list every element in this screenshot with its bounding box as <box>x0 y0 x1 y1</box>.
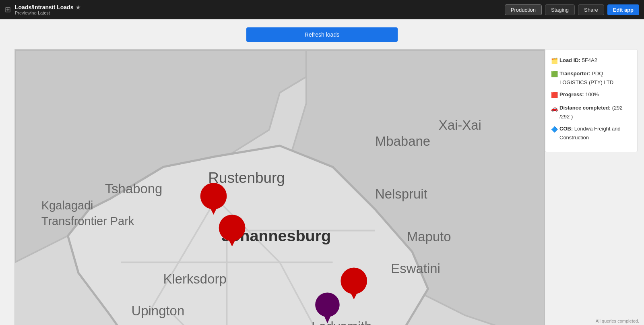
load-id-row: 🗂️ Load ID: 5F4A2 <box>551 56 632 66</box>
progress-icon: 🟥 <box>551 91 558 100</box>
distance-label: Distance completed: <box>559 105 611 111</box>
transporter-row: 🟩 Transporter: PDQ LOGISTICS (PTY) LTD <box>551 69 632 87</box>
load-id-value: 5F4A2 <box>582 57 597 63</box>
edit-app-button[interactable]: Edit app <box>607 4 639 15</box>
svg-text:Transfrontier Park: Transfrontier Park <box>41 215 134 228</box>
svg-text:Klerksdorp: Klerksdorp <box>163 271 226 286</box>
footer-text: All queries completed. <box>596 319 639 323</box>
content-area: Refresh loads <box>0 19 644 325</box>
cob-icon: 🔷 <box>551 125 558 135</box>
cob-text: COB: Londwa Freight and Construction <box>559 124 632 142</box>
grid-icon: ⊞ <box>5 5 11 14</box>
svg-text:Ladysmith: Ladysmith <box>312 319 372 325</box>
share-button[interactable]: Share <box>578 4 604 15</box>
previewing-label: Previewing <box>15 10 37 15</box>
app-title-group: Loads/Intransit Loads ★ Previewing Lates… <box>15 4 80 15</box>
cob-label: COB: <box>559 126 573 132</box>
topbar: ⊞ Loads/Intransit Loads ★ Previewing Lat… <box>0 0 644 19</box>
latest-link[interactable]: Latest <box>38 10 50 15</box>
progress-text: Progress: 100% <box>559 90 599 99</box>
transporter-text: Transporter: PDQ LOGISTICS (PTY) LTD <box>559 69 632 87</box>
info-panel: 🗂️ Load ID: 5F4A2 🟩 Transporter: PDQ LOG… <box>545 49 638 152</box>
staging-button[interactable]: Staging <box>545 4 575 15</box>
topbar-right: Production Staging Share Edit app <box>505 4 639 15</box>
distance-row: 🚗 Distance completed: (292 /292 ) <box>551 104 632 121</box>
progress-row: 🟥 Progress: 100% <box>551 90 632 100</box>
svg-text:Xai-Xai: Xai-Xai <box>439 118 481 132</box>
distance-text: Distance completed: (292 /292 ) <box>559 104 632 121</box>
star-icon: ★ <box>76 4 80 10</box>
svg-text:Tshabong: Tshabong <box>105 181 163 196</box>
svg-text:Nelspruit: Nelspruit <box>375 186 427 201</box>
main-layout: Kgalagadi Transfrontier Park Tshabong Ru… <box>0 49 644 325</box>
app-title-text: Loads/Intransit Loads <box>15 4 73 10</box>
cob-row: 🔷 COB: Londwa Freight and Construction <box>551 124 632 142</box>
load-id-icon: 🗂️ <box>551 56 558 66</box>
load-id-text: Load ID: 5F4A2 <box>559 56 597 65</box>
load-id-label: Load ID: <box>559 57 580 63</box>
svg-text:Rustenburg: Rustenburg <box>208 170 285 186</box>
svg-text:Maputo: Maputo <box>407 229 451 244</box>
svg-text:Kgalagadi: Kgalagadi <box>41 199 93 212</box>
distance-icon: 🚗 <box>551 104 558 114</box>
map-container[interactable]: Kgalagadi Transfrontier Park Tshabong Ru… <box>14 49 545 325</box>
preview-line: Previewing Latest <box>15 10 80 15</box>
app-title: Loads/Intransit Loads ★ <box>15 4 80 10</box>
refresh-loads-button[interactable]: Refresh loads <box>246 27 398 42</box>
svg-text:Eswatini: Eswatini <box>391 261 440 276</box>
progress-label: Progress: <box>559 91 584 97</box>
footer: All queries completed. <box>596 319 639 323</box>
transporter-label: Transporter: <box>559 70 590 77</box>
topbar-left: ⊞ Loads/Intransit Loads ★ Previewing Lat… <box>5 4 80 15</box>
svg-text:Upington: Upington <box>132 303 185 318</box>
progress-value: 100% <box>585 91 599 97</box>
transporter-icon: 🟩 <box>551 70 558 79</box>
production-button[interactable]: Production <box>505 4 542 15</box>
map-svg: Kgalagadi Transfrontier Park Tshabong Ru… <box>15 50 545 325</box>
svg-text:Mbabane: Mbabane <box>375 134 430 149</box>
